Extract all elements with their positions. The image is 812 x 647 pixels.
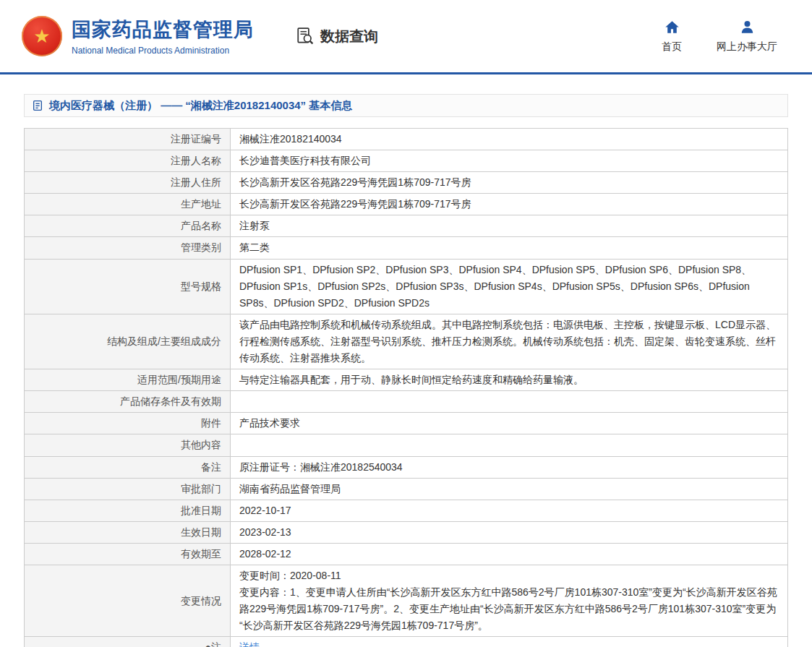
row-value: 2028-02-12: [231, 543, 788, 565]
nav-service-hall[interactable]: 网上办事大厅: [717, 20, 777, 53]
row-label: 生产地址: [25, 194, 231, 215]
org-name-cn: 国家药品监督管理局: [72, 17, 254, 43]
row-value: [231, 434, 788, 456]
data-query-label: 数据查询: [320, 27, 378, 46]
row-value: 第二类: [231, 237, 788, 259]
row-value: 湖南省药品监督管理局: [231, 478, 788, 500]
national-emblem-icon: ★: [22, 16, 62, 56]
star-glyph: ★: [33, 27, 50, 46]
data-query-nav[interactable]: 数据查询: [296, 27, 378, 46]
row-value: 详情: [231, 637, 788, 647]
row-label: 生效日期: [25, 521, 231, 543]
row-label: 结构及组成/主要组成成分: [25, 314, 231, 369]
row-value: 2022-10-17: [231, 500, 788, 521]
row-label: 附件: [25, 413, 231, 434]
top-nav: 首页 网上办事大厅: [662, 20, 790, 53]
row-label: 备注: [25, 456, 231, 478]
table-row: 备注 原注册证号：湘械注准20182540034: [25, 456, 788, 478]
row-label: 批准日期: [25, 500, 231, 521]
org-name-en: National Medical Products Administration: [72, 46, 254, 56]
table-row: 变更情况 变更时间：2020-08-11 变更内容：1、变更申请人住所由“长沙高…: [25, 565, 788, 636]
row-label: 审批部门: [25, 478, 231, 500]
nav-home-label: 首页: [662, 40, 682, 53]
info-table-body: 注册证编号 湘械注准20182140034 注册人名称 长沙迪普美医疗科技有限公…: [25, 129, 788, 647]
table-row: 生产地址 长沙高新开发区谷苑路229号海凭园1栋709-717号房: [25, 194, 788, 215]
row-value: 该产品由电路控制系统和机械传动系统组成。其中电路控制系统包括：电源供电板、主控板…: [231, 314, 788, 369]
row-label: 注册人名称: [25, 150, 231, 172]
row-value: 注射泵: [231, 215, 788, 237]
row-value: 变更时间：2020-08-11 变更内容：1、变更申请人住所由“长沙高新开发区东…: [231, 565, 788, 636]
table-row: 管理类别 第二类: [25, 237, 788, 259]
row-label: 注册人住所: [25, 172, 231, 194]
row-value: 长沙迪普美医疗科技有限公司: [231, 150, 788, 172]
table-row: 生效日期 2023-02-13: [25, 521, 788, 543]
person-icon: [740, 20, 755, 35]
table-row: 型号规格 DPfusion SP1、DPfusion SP2、DPfusion …: [25, 259, 788, 314]
row-label: 适用范围/预期用途: [25, 369, 231, 391]
row-label: 有效期至: [25, 543, 231, 565]
row-label: 变更情况: [25, 565, 231, 636]
table-row: 注册证编号 湘械注准20182140034: [25, 129, 788, 150]
table-row: ●注 详情: [25, 637, 788, 647]
registration-info-table: 注册证编号 湘械注准20182140034 注册人名称 长沙迪普美医疗科技有限公…: [24, 128, 788, 647]
row-label: 产品储存条件及有效期: [25, 391, 231, 413]
row-value: 长沙高新开发区谷苑路229号海凭园1栋709-717号房: [231, 172, 788, 194]
table-row: 结构及组成/主要组成成分 该产品由电路控制系统和机械传动系统组成。其中电路控制系…: [25, 314, 788, 369]
org-names: 国家药品监督管理局 National Medical Products Admi…: [72, 17, 254, 56]
home-icon: [664, 20, 680, 35]
row-value: 湘械注准20182140034: [231, 129, 788, 150]
row-value: 长沙高新开发区谷苑路229号海凭园1栋709-717号房: [231, 194, 788, 215]
table-row: 注册人住所 长沙高新开发区谷苑路229号海凭园1栋709-717号房: [25, 172, 788, 194]
table-row: 审批部门 湖南省药品监督管理局: [25, 478, 788, 500]
row-value: 原注册证号：湘械注准20182540034: [231, 456, 788, 478]
site-header: ★ 国家药品监督管理局 National Medical Products Ad…: [0, 0, 812, 74]
table-row: 产品名称 注射泵: [25, 215, 788, 237]
row-label: 注册证编号: [25, 129, 231, 150]
row-value: 产品技术要求: [231, 413, 788, 434]
site-logo[interactable]: ★ 国家药品监督管理局 National Medical Products Ad…: [22, 16, 254, 56]
nav-service-hall-label: 网上办事大厅: [717, 40, 777, 53]
detail-link[interactable]: 详情: [239, 641, 260, 647]
row-label: 管理类别: [25, 237, 231, 259]
table-row: 附件 产品技术要求: [25, 413, 788, 434]
table-row: 适用范围/预期用途 与特定注输器具配套，用于动、静脉长时间恒定给药速度和精确给药…: [25, 369, 788, 391]
page-title-bar: 境内医疗器械（注册） —— “湘械注准20182140034” 基本信息: [24, 94, 788, 117]
table-row: 有效期至 2028-02-12: [25, 543, 788, 565]
nav-home[interactable]: 首页: [662, 20, 682, 53]
table-row: 其他内容: [25, 434, 788, 456]
table-row: 产品储存条件及有效期: [25, 391, 788, 413]
row-label: 其他内容: [25, 434, 231, 456]
main-content: 境内医疗器械（注册） —— “湘械注准20182140034” 基本信息 注册证…: [0, 74, 812, 647]
row-value: [231, 391, 788, 413]
row-value: 2023-02-13: [231, 521, 788, 543]
row-label: 产品名称: [25, 215, 231, 237]
table-row: 批准日期 2022-10-17: [25, 500, 788, 521]
document-icon: [32, 100, 43, 111]
row-label: ●注: [25, 637, 231, 647]
row-label: 型号规格: [25, 259, 231, 314]
document-search-icon: [296, 27, 315, 46]
row-value: DPfusion SP1、DPfusion SP2、DPfusion SP3、D…: [231, 259, 788, 314]
row-value: 与特定注输器具配套，用于动、静脉长时间恒定给药速度和精确给药量输液。: [231, 369, 788, 391]
table-row: 注册人名称 长沙迪普美医疗科技有限公司: [25, 150, 788, 172]
page-title: 境内医疗器械（注册） —— “湘械注准20182140034” 基本信息: [49, 99, 352, 113]
